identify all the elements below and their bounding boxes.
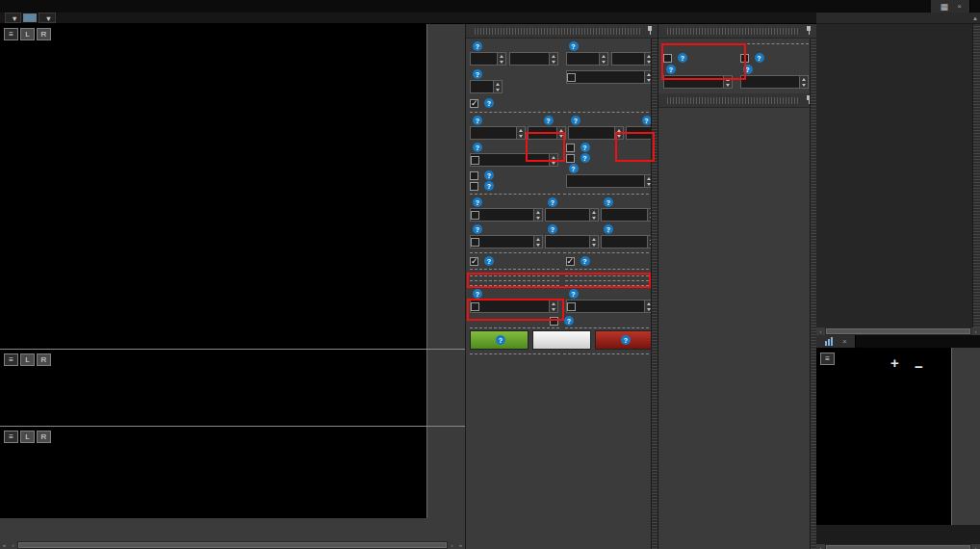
left-axis-button[interactable]: L	[20, 431, 35, 443]
sell-button[interactable]	[595, 330, 654, 350]
trail-long-on-field[interactable]	[545, 208, 599, 222]
help-icon[interactable]	[548, 197, 557, 207]
scroll-left-icon[interactable]: ‹	[9, 541, 17, 549]
help-icon[interactable]	[484, 181, 494, 191]
trail-short-on-field[interactable]	[545, 235, 599, 248]
price-chart[interactable]	[0, 24, 426, 350]
help-icon[interactable]	[642, 116, 652, 125]
constructor-scrollbar[interactable]	[651, 39, 658, 549]
take-profit-field[interactable]	[470, 126, 526, 140]
indicators-scrollbar[interactable]	[810, 39, 816, 549]
help-icon[interactable]	[580, 256, 590, 266]
tab-income[interactable]: ×	[816, 335, 856, 348]
left-axis-button[interactable]: L	[20, 353, 35, 366]
position-chart[interactable]	[0, 427, 426, 518]
tp-rsi-field[interactable]	[470, 153, 558, 167]
panel-header[interactable]	[466, 24, 658, 39]
help-icon[interactable]	[678, 53, 687, 63]
income-horizontal-scrollbar[interactable]: ‹ ›	[816, 544, 980, 549]
left-axis-button[interactable]: L	[20, 28, 35, 40]
close-night-checkbox[interactable]	[566, 154, 575, 163]
help-icon[interactable]	[544, 116, 554, 125]
trade-short-checkbox[interactable]	[566, 257, 575, 266]
help-icon[interactable]	[666, 65, 676, 74]
right-axis-button[interactable]: R	[37, 28, 51, 40]
help-icon[interactable]	[484, 256, 494, 266]
scrollbar-thumb[interactable]	[826, 545, 970, 549]
legend-list-icon[interactable]: ≡	[4, 28, 18, 40]
help-icon[interactable]	[473, 41, 482, 51]
panel-header[interactable]	[658, 24, 816, 39]
scroll-left-icon[interactable]: ‹	[816, 544, 825, 549]
spread-field[interactable]	[470, 80, 503, 93]
time-finish-field[interactable]	[509, 52, 558, 65]
help-icon[interactable]	[580, 143, 590, 152]
color-swatch[interactable]	[23, 13, 37, 22]
scroll-right-icon[interactable]: ›	[971, 544, 980, 549]
take-profit-pct-field[interactable]	[528, 126, 566, 140]
right-axis-button[interactable]: R	[37, 353, 51, 366]
scroll-far-right-icon[interactable]: »	[456, 541, 465, 549]
help-icon[interactable]	[473, 197, 482, 207]
trail-long-field[interactable]	[470, 208, 543, 222]
avg-step-short-field[interactable]	[740, 75, 810, 89]
legend-list-icon[interactable]: ≡	[820, 353, 835, 365]
filter-flat-checkbox[interactable]	[471, 302, 479, 311]
delay-field[interactable]	[566, 70, 655, 84]
date-start-field[interactable]	[566, 52, 608, 65]
bets2-checkbox[interactable]	[470, 182, 478, 191]
legend-list-icon[interactable]: ≡	[4, 431, 18, 443]
income-chart[interactable]	[816, 348, 951, 525]
avg-step-long-field[interactable]	[663, 75, 733, 89]
close-icon[interactable]: ×	[957, 2, 962, 11]
scrollbar-thumb[interactable]	[18, 542, 447, 548]
help-icon[interactable]	[473, 69, 482, 79]
scroll-right-icon[interactable]: ›	[971, 327, 980, 335]
help-icon[interactable]	[569, 164, 579, 173]
help-icon[interactable]	[569, 289, 579, 299]
limit-orders-checkbox[interactable]	[470, 99, 478, 108]
trail-long-pull-field[interactable]	[601, 208, 657, 222]
help-icon[interactable]	[580, 153, 590, 163]
pin-icon[interactable]	[646, 26, 654, 36]
tp-rsi-checkbox[interactable]	[471, 156, 479, 165]
help-icon[interactable]	[484, 98, 494, 108]
tab-results[interactable]: ▦ ×	[931, 0, 970, 13]
help-icon[interactable]	[571, 116, 580, 125]
stop-loss-field[interactable]	[568, 126, 624, 140]
help-icon[interactable]	[604, 197, 613, 207]
time-start-field[interactable]	[470, 52, 506, 65]
buy-button[interactable]	[470, 330, 529, 350]
help-icon[interactable]	[484, 170, 494, 180]
results-scrollbar[interactable]	[972, 24, 980, 327]
help-icon[interactable]	[569, 41, 579, 51]
help-icon[interactable]	[604, 224, 613, 234]
scroll-up-icon[interactable]: ▲	[972, 15, 980, 21]
help-icon[interactable]	[496, 335, 505, 345]
delay-checkbox[interactable]	[567, 73, 576, 82]
max-volume-field[interactable]	[566, 174, 655, 188]
trail-long-checkbox[interactable]	[471, 211, 479, 220]
zoom-in-icon[interactable]: +	[890, 354, 899, 371]
results-horizontal-scrollbar[interactable]: ‹ ›	[816, 327, 980, 335]
avg-long-checkbox[interactable]	[663, 54, 672, 63]
filter-against-checkbox[interactable]	[567, 302, 576, 311]
bets1-checkbox[interactable]	[470, 171, 478, 180]
legend-list-icon[interactable]: ≡	[4, 353, 18, 366]
filter-against-trend-field[interactable]	[566, 300, 655, 313]
help-icon[interactable]	[743, 65, 753, 74]
axis-side-dropdown[interactable]: ▾	[5, 13, 21, 23]
trail-short-checkbox[interactable]	[471, 238, 479, 247]
timeframe-dropdown[interactable]: ▾	[39, 13, 55, 23]
help-icon[interactable]	[755, 53, 764, 63]
help-icon[interactable]	[473, 116, 482, 125]
scroll-far-left-icon[interactable]: «	[0, 541, 9, 549]
pin-icon[interactable]	[805, 26, 812, 36]
filter-flat-field[interactable]	[470, 300, 558, 313]
reentry-checkbox[interactable]	[550, 317, 558, 326]
trail-short-field[interactable]	[470, 235, 543, 248]
close-icon[interactable]: ×	[842, 337, 847, 346]
help-icon[interactable]	[473, 289, 482, 299]
avg-short-checkbox[interactable]	[740, 54, 749, 63]
close-2ema-checkbox[interactable]	[566, 144, 575, 152]
